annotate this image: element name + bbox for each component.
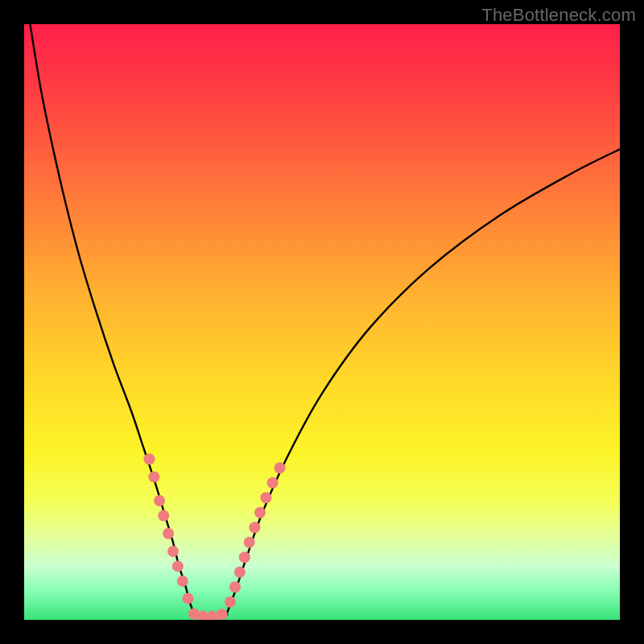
data-point-dot <box>244 537 255 548</box>
data-point-dot <box>167 546 179 557</box>
data-point-dot <box>177 576 188 587</box>
data-point-dot <box>239 551 250 563</box>
data-point-dot <box>260 492 271 503</box>
watermark-text: TheBottleneck.com <box>481 5 636 26</box>
data-point-dot <box>229 581 241 592</box>
data-point-dot <box>143 453 155 464</box>
v-curve-path <box>30 24 620 617</box>
data-point-dot <box>254 507 266 518</box>
data-point-dot <box>148 471 159 482</box>
data-point-dot <box>225 597 236 608</box>
data-point-dot <box>172 560 184 572</box>
data-point-dot <box>183 592 194 604</box>
bottleneck-curve-svg <box>24 24 620 620</box>
data-point-dot <box>275 462 286 473</box>
data-point-dot <box>207 611 218 620</box>
data-point-dot <box>154 495 165 506</box>
data-point-dot <box>267 477 279 489</box>
data-point-dot <box>158 510 169 522</box>
data-point-dot <box>217 609 228 620</box>
chart-plot-area <box>24 24 620 620</box>
data-point-dot <box>249 522 260 533</box>
data-point-dot <box>234 567 246 578</box>
data-point-dot <box>163 528 174 539</box>
curve-marker-dots <box>143 453 285 620</box>
